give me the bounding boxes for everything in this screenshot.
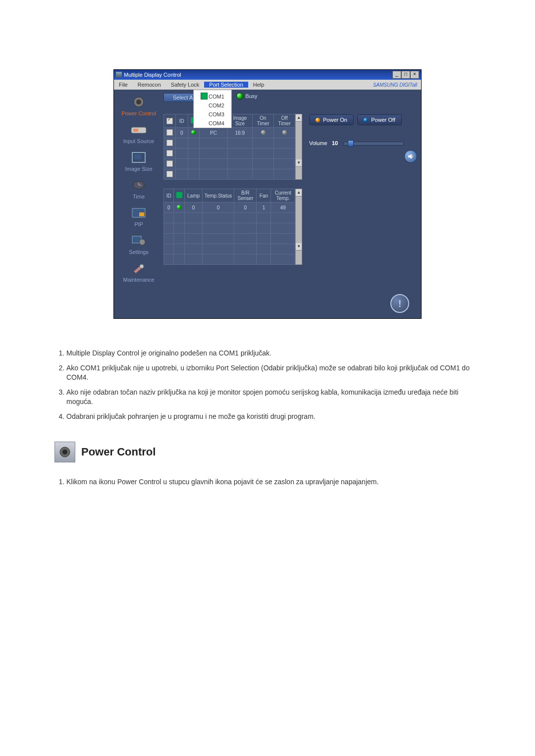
maximize-button[interactable]: □ — [401, 71, 410, 79]
scroll-up-icon[interactable]: ▲ — [296, 114, 302, 122]
app-icon — [116, 72, 122, 78]
status-header-icon — [176, 192, 182, 198]
menu-port-selection[interactable]: Port Selection — [204, 82, 248, 88]
table-row[interactable] — [164, 159, 295, 169]
col-off-timer: Off Timer — [274, 114, 295, 128]
list-item: Odabrani priključak pohranjen je u progr… — [66, 412, 481, 422]
volume-value: 10 — [332, 140, 338, 146]
brand-label: SAMSUNG DIGITall — [373, 82, 421, 88]
slider-knob[interactable] — [348, 140, 354, 147]
sidebar-item-image-size[interactable]: Image Size — [114, 150, 163, 172]
right-panel: Power On Power Off Volume 10 — [305, 90, 421, 289]
list-item: Multiple Display Control je originalno p… — [66, 349, 481, 358]
table-row[interactable] — [164, 254, 295, 265]
power-off-button[interactable]: Power Off — [357, 114, 402, 125]
instructions-list-1: Multiple Display Control je originalno p… — [54, 349, 481, 422]
app-window: Multiple Display Control _ □ × File Remo… — [113, 69, 422, 319]
table-row[interactable] — [164, 223, 295, 234]
status-bar: ! — [114, 289, 421, 318]
busy-icon — [236, 93, 243, 100]
section-heading: Power Control — [81, 446, 156, 458]
maintenance-icon — [129, 261, 149, 276]
scroll-down-icon[interactable]: ▼ — [296, 159, 302, 167]
status-dot-icon — [177, 205, 181, 209]
section-header: Power Control — [54, 442, 481, 462]
port-selection-dropdown: COM1 COM2 COM3 COM4 — [193, 90, 232, 128]
timer-dot-icon — [261, 130, 266, 135]
list-item: Ako COM1 priključak nije u upotrebi, u i… — [66, 363, 481, 383]
sidebar-item-maintenance[interactable]: Maintenance — [114, 261, 163, 283]
time-icon — [129, 178, 149, 193]
header-checkbox[interactable] — [166, 118, 173, 124]
col-lamp: Lamp — [185, 189, 202, 202]
row-checkbox[interactable] — [166, 171, 173, 177]
table-row[interactable] — [164, 149, 295, 159]
row-checkbox[interactable] — [166, 160, 173, 167]
display-table: ID Image Size On Timer Off Timer 0PC16:9 — [163, 114, 302, 180]
svg-rect-10 — [139, 212, 144, 216]
dropdown-item-com4[interactable]: COM4 — [194, 119, 231, 128]
sidebar-item-settings[interactable]: Settings — [114, 233, 163, 255]
power-off-indicator-icon — [364, 118, 368, 122]
sidebar-item-pip[interactable]: PIP — [114, 205, 163, 227]
scroll-up-icon[interactable]: ▲ — [296, 189, 302, 197]
power-icon — [129, 95, 149, 109]
menu-help[interactable]: Help — [248, 82, 269, 88]
check-icon — [201, 93, 208, 100]
table-row[interactable] — [164, 169, 295, 180]
image-size-icon — [129, 150, 149, 165]
dropdown-item-com3[interactable]: COM3 — [194, 110, 231, 119]
volume-slider[interactable] — [343, 142, 404, 146]
table-row[interactable]: 0000149 — [164, 202, 295, 213]
menu-file[interactable]: File — [114, 82, 133, 88]
scrollbar[interactable]: ▲▼ — [295, 189, 302, 265]
col-temp-status: Temp.Status — [202, 189, 234, 202]
col-id-2: ID — [164, 189, 174, 202]
close-button[interactable]: × — [410, 71, 419, 79]
speaker-icon[interactable] — [404, 150, 417, 163]
col-on-timer: On Timer — [252, 114, 273, 128]
menu-remocon[interactable]: Remocon — [133, 82, 166, 88]
busy-indicator: Busy — [236, 93, 257, 100]
power-control-section-icon — [54, 442, 75, 462]
table-row[interactable] — [164, 138, 295, 149]
menu-safety-lock[interactable]: Safety Lock — [166, 82, 204, 88]
dropdown-item-com1[interactable]: COM1 — [194, 90, 231, 101]
table-row[interactable] — [164, 244, 295, 254]
list-item: Klikom na ikonu Power Control u stupcu g… — [66, 477, 481, 487]
pip-icon — [129, 205, 149, 220]
sidebar-item-time[interactable]: Time — [114, 178, 163, 200]
row-checkbox[interactable] — [166, 140, 173, 146]
col-id: ID — [175, 114, 188, 128]
svg-point-15 — [62, 450, 67, 454]
dropdown-item-com2[interactable]: COM2 — [194, 101, 231, 110]
power-on-indicator-icon — [316, 118, 320, 122]
table-row[interactable] — [164, 213, 295, 223]
settings-icon — [129, 233, 149, 248]
power-on-button[interactable]: Power On — [309, 114, 354, 125]
table-row[interactable] — [164, 234, 295, 244]
volume-label: Volume — [309, 140, 327, 146]
col-br-senser: B/R Senser — [234, 189, 257, 202]
row-checkbox[interactable] — [166, 150, 173, 156]
sidebar-item-power-control[interactable]: Power Control — [114, 95, 163, 116]
center-panel: Select All Busy ID Image Size — [163, 90, 305, 289]
svg-point-1 — [136, 100, 141, 104]
scroll-down-icon[interactable]: ▼ — [296, 243, 302, 251]
scrollbar[interactable]: ▲▼ — [295, 114, 302, 180]
minimize-button[interactable]: _ — [392, 71, 401, 79]
titlebar: Multiple Display Control _ □ × — [114, 70, 421, 80]
col-fan: Fan — [257, 189, 271, 202]
row-checkbox[interactable] — [166, 129, 173, 136]
list-item: Ako nije odabran točan naziv priključka … — [66, 388, 481, 407]
svg-rect-5 — [134, 154, 141, 159]
table-row[interactable]: 0PC16:9 — [164, 128, 295, 138]
svg-point-13 — [140, 264, 144, 268]
volume-control: Volume 10 — [309, 140, 417, 146]
sidebar: Power Control Input Source Image Size Ti… — [114, 90, 163, 289]
menubar: File Remocon Safety Lock Port Selection … — [114, 80, 421, 90]
instructions-list-2: Klikom na ikonu Power Control u stupcu g… — [54, 477, 481, 487]
info-icon[interactable]: ! — [390, 294, 409, 313]
sidebar-item-input-source[interactable]: Input Source — [114, 122, 163, 144]
input-source-icon — [129, 122, 149, 137]
